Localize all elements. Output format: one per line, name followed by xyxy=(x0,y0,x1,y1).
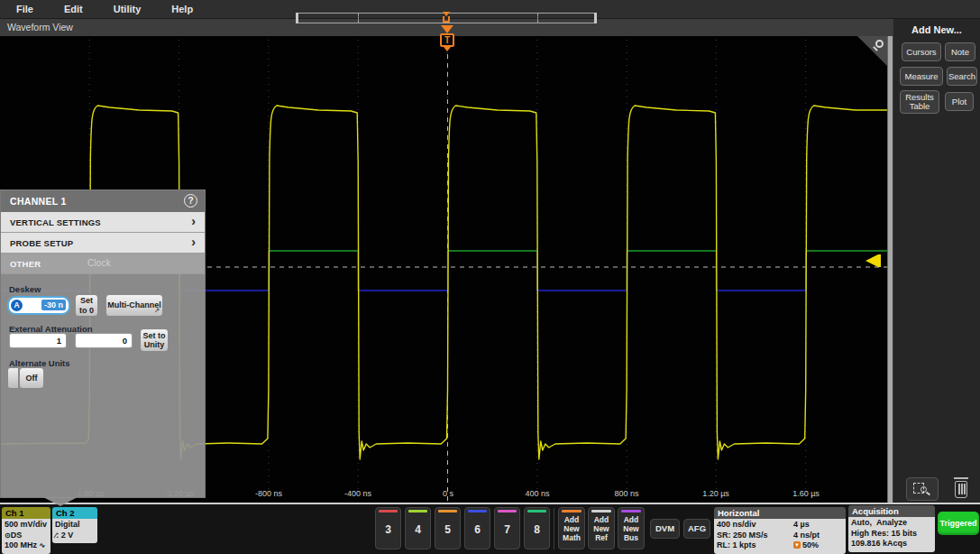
add-new-ref-button[interactable]: Add New Ref xyxy=(588,507,615,549)
axis-tick-label: 800 ns xyxy=(614,489,638,498)
menu-edit[interactable]: Edit xyxy=(64,4,83,14)
channel-3-color-stripe xyxy=(379,510,398,512)
trigger-position-flag[interactable]: T xyxy=(439,25,457,51)
multi-channel-label: Multi-Channel xyxy=(107,300,161,309)
deskew-label: Deskew xyxy=(9,284,41,294)
section-label: PROBE SETUP xyxy=(10,238,73,248)
menu-utility[interactable]: Utility xyxy=(114,4,142,14)
horizontal-sample-rate: SR: 250 MS/s xyxy=(717,531,768,541)
bus-color-stripe xyxy=(621,510,641,512)
magnifier-icon xyxy=(875,40,884,48)
channel-5-button[interactable]: 5 xyxy=(435,507,461,549)
trash-button[interactable] xyxy=(953,477,969,499)
section-label: VERTICAL SETTINGS xyxy=(10,217,101,227)
section-other[interactable]: OTHER Clock xyxy=(1,254,205,274)
horizontal-badge-header: Horizontal xyxy=(714,507,846,519)
probe-icon: ⊙ xyxy=(5,531,11,540)
acquisition-analyze: Analyze xyxy=(876,518,907,527)
triggered-status-indicator: Triggered xyxy=(938,512,979,535)
search-button[interactable]: Search xyxy=(947,67,977,86)
add-new-bus-button[interactable]: Add New Bus xyxy=(618,507,645,549)
menu-file[interactable]: File xyxy=(16,4,33,14)
horizontal-record-length: RL: 1 kpts xyxy=(717,540,756,551)
section-probe-setup[interactable]: PROBE SETUP › xyxy=(1,233,205,254)
attenuation-numerator-input[interactable]: 1 xyxy=(9,333,67,348)
trash-lid-icon xyxy=(954,477,968,479)
acquisition-overview-bar[interactable] xyxy=(298,13,595,23)
ch1-bandwidth: 100 MHz xyxy=(5,540,37,549)
channel-7-color-stripe xyxy=(498,510,517,512)
trigger-flag-arrow-icon xyxy=(441,25,453,33)
axis-tick-label: 1.20 µs xyxy=(702,489,729,498)
dvm-button[interactable]: DVM xyxy=(650,519,680,539)
afg-button[interactable]: AFG xyxy=(683,519,710,539)
waveform-view-title: Waveform View xyxy=(7,22,73,32)
set-to-zero-button[interactable]: Set to 0 xyxy=(75,294,98,317)
expand-icon: ↗ xyxy=(154,307,160,314)
horizontal-window: 4 µs xyxy=(793,520,840,531)
channel-8-button[interactable]: 8 xyxy=(524,507,550,549)
multi-channel-button[interactable]: Multi-Channel ↗ xyxy=(105,294,163,317)
bottom-bar: Ch 1 500 mV/div ⊙DS 100 MHz ∿ Ch 2 Digit… xyxy=(0,503,980,554)
horizontal-badge[interactable]: Horizontal 400 ns/div4 µs SR: 250 MS/s4 … xyxy=(714,507,846,554)
attenuation-denominator-input[interactable]: 0 xyxy=(75,333,133,348)
dialog-title: CHANNEL 1 xyxy=(10,196,67,207)
overview-tick xyxy=(537,14,538,23)
acquisition-detail: High Res: 15 bits xyxy=(851,529,932,540)
plot-button[interactable]: Plot xyxy=(945,92,974,111)
deskew-input[interactable]: A -30 n xyxy=(7,296,70,315)
zoom-corner-control[interactable] xyxy=(857,36,888,67)
alternate-units-toggle-knob[interactable] xyxy=(7,367,19,389)
help-icon[interactable]: ? xyxy=(184,194,197,208)
menu-help[interactable]: Help xyxy=(171,4,193,14)
expansion-point-marker[interactable] xyxy=(443,16,450,23)
ch2-badge[interactable]: Ch 2 Digital ∕: 2 V xyxy=(52,507,97,543)
trigger-level-arrow-bar xyxy=(878,254,881,267)
ch2-badge-header: Ch 2 xyxy=(52,507,97,519)
axis-tick-label: 0 s xyxy=(443,489,453,498)
acquisition-mode: Auto, xyxy=(851,518,872,527)
axis-tick-label: -400 ns xyxy=(344,489,371,498)
set-to-unity-button[interactable]: Set to Unity xyxy=(140,328,169,352)
channel-4-color-stripe xyxy=(408,510,427,512)
ch1-scale: 500 mV/div xyxy=(5,520,48,531)
channel-1-dialog: CHANNEL 1 ? VERTICAL SETTINGS › PROBE SE… xyxy=(0,189,206,498)
ghost-clock-label: Clock xyxy=(87,258,111,268)
alternate-units-toggle[interactable]: Off xyxy=(19,367,44,389)
horizontal-scale: 400 ns/div xyxy=(717,520,756,531)
horizontal-resolution: 4 ns/pt xyxy=(793,531,840,541)
channel-7-button[interactable]: 7 xyxy=(494,507,520,549)
acquisition-badge-header: Acquisition xyxy=(848,505,935,517)
trash-can-icon xyxy=(955,481,967,498)
measure-button[interactable]: Measure xyxy=(900,67,943,86)
channel-6-color-stripe xyxy=(468,510,487,512)
zoom-lens-icon xyxy=(920,486,927,493)
add-new-panel: Add New... Cursors Note Measure Search R… xyxy=(893,19,980,503)
source-a-badge-icon: A xyxy=(11,300,23,311)
horizontal-position: 50% xyxy=(802,540,819,549)
ch1-coupling: DS xyxy=(11,531,23,540)
results-table-button[interactable]: Results Table xyxy=(900,90,939,114)
section-vertical-settings[interactable]: VERTICAL SETTINGS › xyxy=(1,212,205,233)
zoom-tool-button[interactable] xyxy=(906,477,939,501)
axis-tick-label: 400 ns xyxy=(525,489,549,498)
note-button[interactable]: Note xyxy=(945,42,975,61)
channel-4-button[interactable]: 4 xyxy=(405,507,431,549)
chevron-right-icon: › xyxy=(191,214,196,228)
dialog-header[interactable]: CHANNEL 1 ? xyxy=(1,190,205,212)
cursors-button[interactable]: Cursors xyxy=(902,42,941,61)
ch1-badge-header: Ch 1 xyxy=(2,507,50,519)
ch1-badge[interactable]: Ch 1 500 mV/div ⊙DS 100 MHz ∿ xyxy=(2,507,50,554)
math-color-stripe xyxy=(562,510,582,512)
add-new-math-button[interactable]: Add New Math xyxy=(558,507,585,549)
channel-6-button[interactable]: 6 xyxy=(464,507,490,549)
acquisition-badge[interactable]: Acquisition Auto, Analyze High Res: 15 b… xyxy=(848,505,935,552)
ch2-mode: Digital xyxy=(55,520,95,531)
acquisition-count: 109.816 kAcqs xyxy=(851,539,932,549)
chevron-right-icon: › xyxy=(191,235,196,249)
channel-3-button[interactable]: 3 xyxy=(375,507,401,549)
dialog-pointer-notch xyxy=(43,497,78,506)
trigger-level-arrow-icon[interactable] xyxy=(866,254,878,267)
axis-tick-label: 1.60 µs xyxy=(792,489,820,498)
bandwidth-icon: ∿ xyxy=(40,541,46,549)
